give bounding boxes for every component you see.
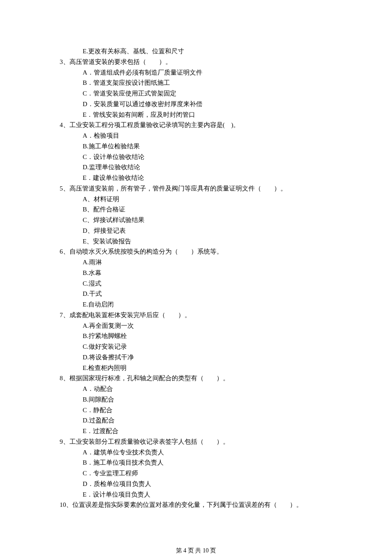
option-text: D、焊接登记表 [60, 225, 341, 236]
option-text: A．建筑单位专业技术负责人 [60, 447, 341, 458]
question-text: 6、自动喷水灭火系统按喷头的构造分为（ ）系统等。 [60, 246, 341, 257]
question-text: 10、位置误差是指实际要素的位置对基准的变化量，下列属于位置误差的有（ ）。 [60, 500, 341, 510]
option-text: D.过盈配合 [60, 415, 341, 426]
option-text: D．安装质量可以通过修改密封厚度来补偿 [60, 99, 341, 110]
option-text: D.干式 [60, 289, 341, 299]
question-text: 4、工业安装工程分项工程质量验收记录填写的主要内容是( )。 [60, 120, 341, 130]
option-text: C.湿式 [60, 278, 341, 289]
option-text: A.再全面复测一次 [60, 321, 341, 331]
option-text: C.做好安装记录 [60, 341, 341, 352]
question-text: 9、工业安装部分工程质量验收记录表签字人包括（ ）。 [60, 436, 341, 447]
page-content: E.更改有关标高、基线、位置和尺寸3、高压管道安装的要求包括（ ）。A．管道组成… [0, 0, 392, 537]
option-text: E．管线安装如有间断，应及时封闭管口 [60, 110, 341, 120]
option-text: E.更改有关标高、基线、位置和尺寸 [60, 46, 341, 57]
option-text: C．专业监理工程师 [60, 468, 341, 479]
option-text: E．设计单位项目负责人 [60, 489, 341, 500]
option-text: E.自动启闭 [60, 299, 341, 310]
option-text: B.拧紧地脚螺栓 [60, 331, 341, 341]
option-text: A、材料证明 [60, 194, 341, 205]
option-text: C．设计单位验收结论 [60, 152, 341, 162]
option-text: C．管道安装应使用正式管架固定 [60, 88, 341, 99]
option-text: A.雨淋 [60, 257, 341, 268]
option-text: A．检验项目 [60, 130, 341, 141]
option-text: D．质检单位项目负责人 [60, 479, 341, 489]
option-text: A．动配合 [60, 384, 341, 394]
question-text: 7、成套配电装置柜体安装完毕后应（ ）。 [60, 310, 341, 321]
question-text: 3、高压管道安装的要求包括（ ）。 [60, 57, 341, 67]
option-text: E．过渡配合 [60, 426, 341, 436]
option-text: D.将设备擦拭干净 [60, 352, 341, 363]
page-footer: 第 4 页 共 10 页 [0, 546, 392, 555]
question-text: 5、高压管道安装前，所有管子，管件及阀门等应具有的质量证明文件（ ）。 [60, 183, 341, 194]
option-text: E.检查柜内照明 [60, 363, 341, 373]
option-text: C、焊接试样试验结果 [60, 215, 341, 225]
option-text: B.施工单位检验结果 [60, 141, 341, 152]
option-text: B．管道支架应按设计图纸施工 [60, 78, 341, 88]
option-text: C．静配合 [60, 405, 341, 416]
option-text: B、配件合格证 [60, 204, 341, 215]
option-text: D.监理单位验收结论 [60, 162, 341, 173]
option-text: B．施工单位项目技术负责人 [60, 457, 341, 468]
option-text: E、安装试验报告 [60, 236, 341, 247]
question-text: 8、根据国家现行标准，孔和轴之间配合的类型有（ ）。 [60, 373, 341, 384]
option-text: A．管道组成件必须有制造厂质量证明文件 [60, 67, 341, 78]
option-text: B.间隙配合 [60, 394, 341, 405]
option-text: B.水幕 [60, 268, 341, 278]
option-text: E．建设单位验收结论 [60, 173, 341, 183]
